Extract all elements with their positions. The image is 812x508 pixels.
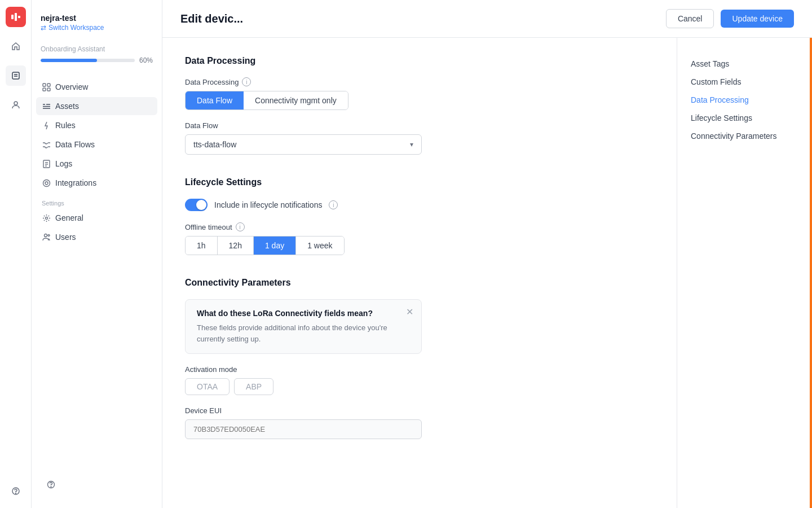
sidebar-item-integrations-label: Integrations	[55, 178, 96, 187]
lifecycle-toggle-row: Include in lifecycle notifications i	[185, 199, 654, 211]
svg-rect-1	[15, 13, 17, 21]
switch-icon: ⇄	[41, 24, 46, 32]
sidebar-item-dataflows[interactable]: Data Flows	[36, 135, 157, 154]
toggle-knob	[196, 200, 206, 210]
logs-icon	[42, 159, 51, 168]
switch-workspace-label: Switch Workspace	[48, 24, 104, 32]
dataflows-icon	[42, 140, 51, 149]
right-sidebar-asset-tags[interactable]: Asset Tags	[691, 56, 798, 72]
svg-point-24	[44, 234, 47, 237]
header-actions: Cancel Update device	[666, 9, 794, 28]
data-flow-label: Data Flow	[185, 121, 654, 130]
svg-rect-11	[43, 88, 46, 91]
lifecycle-toggle-label: Include in lifecycle notifications	[214, 200, 322, 209]
sidebar-item-assets[interactable]: Assets	[36, 97, 157, 115]
lifecycle-section: Lifecycle Settings Include in lifecycle …	[185, 177, 654, 255]
progress-fill	[41, 59, 97, 62]
connectivity-only-btn[interactable]: Connectivity mgmt only	[244, 91, 348, 110]
sidebar-item-rules[interactable]: Rules	[36, 116, 157, 134]
lifecycle-info-icon[interactable]: i	[329, 200, 338, 209]
info-box-title: What do these LoRa Connectivity fields m…	[197, 309, 410, 318]
icon-bar-person[interactable]	[6, 95, 26, 115]
activation-group: OTAA ABP	[185, 378, 654, 395]
accent-bar	[810, 38, 812, 508]
sidebar-item-users-label: Users	[55, 233, 76, 242]
svg-rect-2	[18, 16, 20, 18]
assets-icon	[42, 102, 51, 111]
data-processing-title: Data Processing	[185, 56, 654, 66]
activation-mode-label: Activation mode	[185, 365, 654, 374]
timeout-1h[interactable]: 1h	[186, 237, 218, 255]
sidebar-item-logs-label: Logs	[55, 159, 72, 168]
app-logo[interactable]	[6, 7, 26, 27]
progress-percent: 60%	[139, 56, 153, 64]
sidebar: nejra-test ⇄ Switch Workspace Onboarding…	[32, 0, 162, 508]
sidebar-item-general[interactable]: General	[36, 209, 157, 227]
connectivity-title: Connectivity Parameters	[185, 278, 654, 288]
sidebar-bottom	[32, 471, 162, 499]
right-sidebar-lifecycle-settings[interactable]: Lifecycle Settings	[691, 110, 798, 126]
cancel-button[interactable]: Cancel	[666, 9, 714, 28]
data-processing-section: Data Processing Data Processing i Data F…	[185, 56, 654, 155]
sidebar-item-assets-label: Assets	[55, 102, 79, 111]
offline-timeout-label: Offline timeout i	[185, 222, 654, 231]
workspace-name: nejra-test	[41, 14, 153, 23]
abp-btn[interactable]: ABP	[234, 378, 273, 395]
svg-rect-3	[12, 72, 19, 79]
lifecycle-toggle[interactable]	[185, 199, 208, 211]
icon-bar-help[interactable]	[6, 481, 26, 501]
otaa-btn[interactable]: OTAA	[185, 378, 230, 395]
lora-info-box: What do these LoRa Connectivity fields m…	[185, 299, 422, 354]
info-box-close-button[interactable]: ✕	[406, 306, 413, 317]
data-flow-btn[interactable]: Data Flow	[186, 91, 244, 110]
form-content: Data Processing Data Processing i Data F…	[162, 38, 677, 508]
lifecycle-title: Lifecycle Settings	[185, 177, 654, 187]
timeout-1day[interactable]: 1 day	[254, 237, 296, 255]
svg-point-25	[48, 234, 50, 236]
svg-rect-0	[11, 15, 14, 19]
sidebar-item-general-label: General	[55, 213, 83, 222]
select-arrow-icon: ▾	[410, 141, 413, 148]
sidebar-item-logs[interactable]: Logs	[36, 155, 157, 173]
sidebar-item-users[interactable]: Users	[36, 228, 157, 246]
sidebar-item-integrations[interactable]: Integrations	[36, 174, 157, 192]
svg-rect-9	[43, 84, 46, 86]
icon-bar-home[interactable]	[6, 36, 26, 56]
workspace-section: nejra-test ⇄ Switch Workspace	[32, 9, 162, 41]
sidebar-item-overview[interactable]: Overview	[36, 78, 157, 96]
page-title: Edit devic...	[180, 12, 243, 25]
right-sidebar-data-processing[interactable]: Data Processing	[691, 92, 798, 108]
settings-section-label: Settings	[36, 193, 157, 209]
icon-bar	[0, 0, 32, 508]
svg-point-21	[45, 182, 48, 185]
right-sidebar: Asset Tags Custom Fields Data Processing…	[677, 38, 812, 508]
sidebar-item-overview-label: Overview	[55, 82, 88, 91]
sidebar-help[interactable]	[41, 475, 153, 493]
processing-info-icon[interactable]: i	[242, 77, 251, 86]
sidebar-item-rules-label: Rules	[55, 121, 76, 130]
users-icon	[42, 233, 51, 242]
onboarding-label: Onboarding Assistant	[41, 45, 153, 53]
right-sidebar-custom-fields[interactable]: Custom Fields	[691, 74, 798, 90]
device-eui-input[interactable]	[185, 419, 422, 439]
help-icon	[46, 480, 55, 489]
device-eui-label: Device EUI	[185, 406, 654, 415]
timeout-12h[interactable]: 12h	[218, 237, 254, 255]
update-device-button[interactable]: Update device	[721, 10, 794, 28]
timeout-1week[interactable]: 1 week	[296, 237, 343, 255]
right-sidebar-connectivity-parameters[interactable]: Connectivity Parameters	[691, 128, 798, 144]
svg-point-23	[45, 217, 47, 219]
data-flow-select[interactable]: tts-data-flow ▾	[185, 134, 422, 155]
svg-point-27	[51, 487, 51, 487]
icon-bar-assets[interactable]	[6, 65, 26, 86]
svg-rect-10	[47, 84, 50, 86]
sidebar-nav: Overview Assets Rules	[32, 73, 162, 252]
sidebar-item-dataflows-label: Data Flows	[55, 140, 95, 149]
svg-point-8	[15, 493, 16, 494]
timeout-info-icon[interactable]: i	[236, 222, 245, 231]
connectivity-section: Connectivity Parameters What do these Lo…	[185, 278, 654, 439]
overview-icon	[42, 82, 51, 91]
progress-bar: 60%	[41, 56, 153, 64]
content-area: Data Processing Data Processing i Data F…	[162, 38, 812, 508]
switch-workspace-button[interactable]: ⇄ Switch Workspace	[41, 24, 153, 32]
